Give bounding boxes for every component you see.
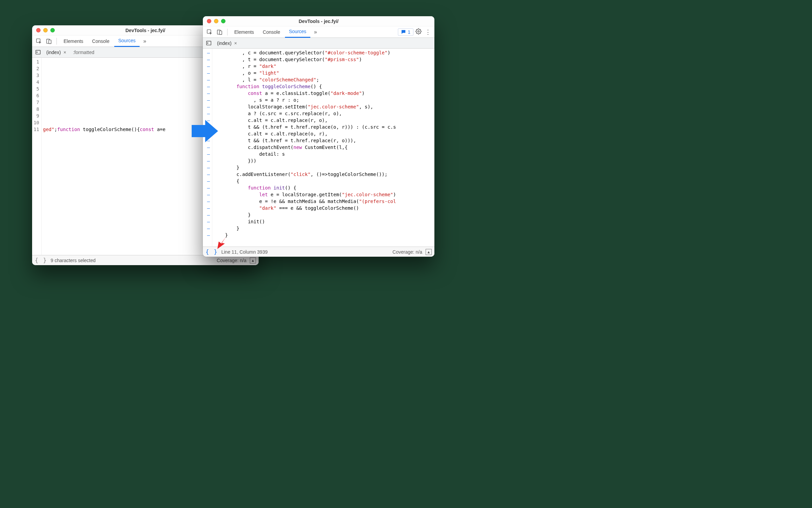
titlebar: DevTools - jec.fyi/ xyxy=(203,16,434,26)
code-content[interactable]: , c = document.querySelector("#color-sch… xyxy=(212,49,396,247)
issues-button[interactable]: 1 xyxy=(398,28,413,36)
device-toolbar-icon[interactable] xyxy=(215,27,224,37)
show-drawer-icon[interactable]: ▲ xyxy=(426,249,432,255)
minimize-window-button[interactable] xyxy=(43,28,48,32)
devtools-toolbar: Elements Console Sources » 1 ⋮ xyxy=(203,26,434,38)
tab-console[interactable]: Console xyxy=(259,26,284,38)
line-gutter: – – – – – – – – – – – – – – – – – – – – … xyxy=(203,49,212,247)
svg-rect-8 xyxy=(206,41,211,45)
line-gutter: 1 2 3 4 5 6 7 8 9 10 11 xyxy=(32,58,42,255)
file-tab-index[interactable]: (index) × xyxy=(44,48,69,56)
settings-icon[interactable] xyxy=(414,28,423,35)
cursor-position: Line 11, Column 3939 xyxy=(221,249,268,255)
coverage-label: Coverage: n/a xyxy=(392,249,422,255)
close-window-button[interactable] xyxy=(207,19,211,23)
device-toolbar-icon[interactable] xyxy=(44,36,54,46)
svg-rect-3 xyxy=(35,50,40,54)
tab-elements[interactable]: Elements xyxy=(59,35,87,47)
zoom-window-button[interactable] xyxy=(50,28,55,32)
divider xyxy=(56,38,57,45)
coverage-label: Coverage: n/a xyxy=(217,258,246,263)
navigator-toggle-icon[interactable] xyxy=(204,39,213,48)
pretty-print-icon[interactable]: { } xyxy=(35,257,47,264)
code-editor[interactable]: – – – – – – – – – – – – – – – – – – – – … xyxy=(203,49,434,247)
file-tab-index[interactable]: (index) × xyxy=(214,39,240,47)
devtools-window-right: DevTools - jec.fyi/ Elements Console Sou… xyxy=(203,16,434,257)
status-text: 9 characters selected xyxy=(51,258,96,263)
tab-elements[interactable]: Elements xyxy=(230,26,258,38)
file-tab-label: (index) xyxy=(217,41,232,46)
show-drawer-icon[interactable]: ▲ xyxy=(250,257,256,263)
zoom-window-button[interactable] xyxy=(221,19,225,23)
close-icon[interactable]: × xyxy=(234,41,238,46)
tab-sources[interactable]: Sources xyxy=(285,26,310,38)
navigator-toggle-icon[interactable] xyxy=(33,48,42,57)
tab-sources[interactable]: Sources xyxy=(114,35,140,47)
issues-count: 1 xyxy=(408,29,410,35)
window-title: DevTools - jec.fyi/ xyxy=(203,19,434,24)
status-bar: { } Line 11, Column 3939 Coverage: n/a ▲ xyxy=(203,247,434,257)
inspect-element-icon[interactable] xyxy=(34,36,44,46)
svg-rect-2 xyxy=(49,40,51,44)
traffic-lights xyxy=(32,28,55,32)
close-icon[interactable]: × xyxy=(63,50,67,55)
svg-rect-6 xyxy=(219,31,222,34)
pretty-print-icon[interactable]: { } xyxy=(206,249,218,255)
tabs-overflow-icon[interactable]: » xyxy=(140,38,149,44)
file-tab-strip: (index) × xyxy=(203,38,434,49)
inspect-element-icon[interactable] xyxy=(205,27,214,37)
traffic-lights xyxy=(203,19,225,23)
svg-point-7 xyxy=(418,31,420,32)
more-menu-icon[interactable]: ⋮ xyxy=(424,28,432,36)
code-content[interactable]: ged";function toggleColorScheme(){const … xyxy=(42,58,165,255)
tab-console[interactable]: Console xyxy=(88,35,113,47)
divider xyxy=(227,29,228,35)
file-tab-suffix: :formatted xyxy=(70,50,94,55)
minimize-window-button[interactable] xyxy=(214,19,218,23)
tabs-overflow-icon[interactable]: » xyxy=(311,29,320,35)
file-tab-label: (index) xyxy=(46,50,61,55)
close-window-button[interactable] xyxy=(36,28,41,32)
